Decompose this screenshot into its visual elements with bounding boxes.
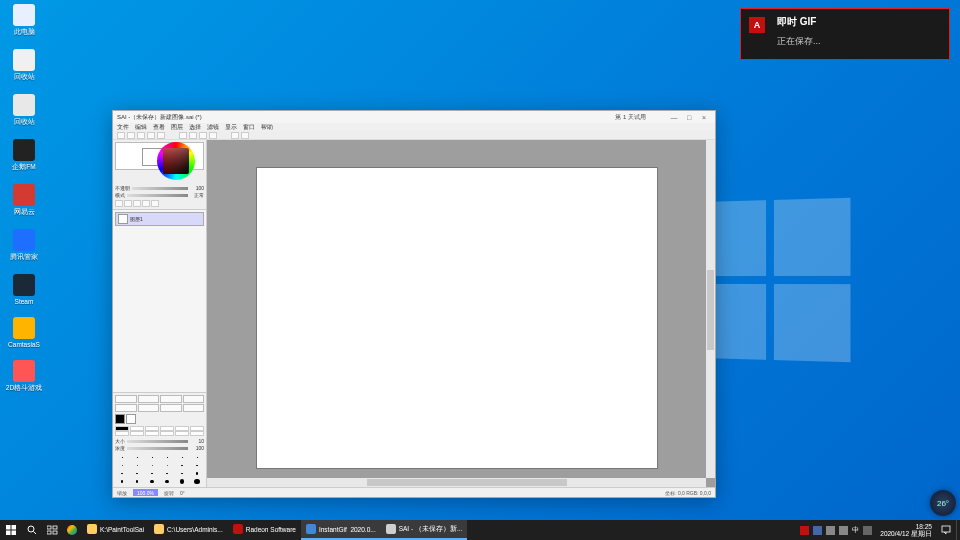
brush-preset[interactable] [130, 454, 144, 461]
scrollbar-vertical[interactable] [706, 140, 715, 478]
toolbar-button[interactable] [127, 132, 135, 139]
tray-icon[interactable] [813, 526, 822, 535]
tool-button[interactable] [138, 395, 160, 403]
close-button[interactable]: × [697, 112, 711, 122]
sai-canvas-viewport[interactable] [207, 140, 715, 487]
desktop-icon[interactable]: 企鹅FM [4, 139, 44, 172]
show-desktop-button[interactable] [956, 520, 960, 540]
brush-preset[interactable] [160, 454, 174, 461]
desktop-icon[interactable]: 2D格斗游戏 [4, 360, 44, 393]
brush-preset[interactable] [190, 478, 204, 485]
layer-merge-button[interactable] [151, 200, 159, 207]
tool-button[interactable] [138, 404, 160, 412]
brush-preset[interactable] [115, 454, 129, 461]
swatch[interactable] [130, 426, 144, 431]
swatch[interactable] [145, 431, 159, 436]
swatch[interactable] [175, 426, 189, 431]
toolbar-button[interactable] [189, 132, 197, 139]
menu-item[interactable]: 图层 [171, 124, 183, 131]
brush-preset[interactable] [145, 478, 159, 485]
taskbar-task[interactable]: InstantGif_2020.0... [301, 520, 381, 540]
zoom-value[interactable]: 100.0% [133, 489, 158, 496]
tool-button[interactable] [160, 404, 182, 412]
search-button[interactable] [22, 520, 42, 540]
brush-preset[interactable] [130, 462, 144, 469]
scrollbar-horizontal[interactable] [207, 478, 706, 487]
brush-preset[interactable] [160, 470, 174, 477]
swatch[interactable] [160, 426, 174, 431]
tool-button[interactable] [115, 404, 137, 412]
tray-network-icon[interactable] [839, 526, 848, 535]
tray-amd-icon[interactable] [800, 526, 809, 535]
scrollbar-thumb[interactable] [367, 479, 567, 486]
tool-button[interactable] [160, 395, 182, 403]
brush-preset[interactable] [130, 470, 144, 477]
tray-ime-icon[interactable] [863, 526, 872, 535]
taskbar-clock[interactable]: 18:25 2020/4/12 星期日 [876, 523, 936, 537]
swatch[interactable] [115, 426, 129, 431]
color-wheel[interactable] [157, 142, 195, 180]
brush-preset[interactable] [175, 470, 189, 477]
swatch[interactable] [190, 431, 204, 436]
menu-item[interactable]: 窗口 [243, 124, 255, 131]
sai-titlebar[interactable]: SAI -（未保存）新建图像.sai (*) 第 1 天试用 — □ × [113, 111, 715, 123]
menu-item[interactable]: 滤镜 [207, 124, 219, 131]
browser-pinned[interactable] [62, 520, 82, 540]
swatch[interactable] [160, 431, 174, 436]
taskbar-task[interactable]: C:\Users\Adminis... [149, 520, 228, 540]
maximize-button[interactable]: □ [682, 112, 696, 122]
brush-preset[interactable] [145, 462, 159, 469]
brush-preset[interactable] [160, 478, 174, 485]
toolbar-button[interactable] [137, 132, 145, 139]
layer-item[interactable]: 图层1 [115, 212, 204, 226]
brush-size-slider[interactable] [127, 440, 188, 443]
brush-preset[interactable] [115, 478, 129, 485]
ime-indicator[interactable]: 中 [852, 525, 859, 535]
brush-preset[interactable] [175, 454, 189, 461]
toolbar-button[interactable] [209, 132, 217, 139]
toolbar-button[interactable] [179, 132, 187, 139]
desktop-icon[interactable]: Steam [4, 274, 44, 305]
swatch[interactable] [175, 431, 189, 436]
menu-item[interactable]: 文件 [117, 124, 129, 131]
brush-preset[interactable] [190, 462, 204, 469]
brush-preset[interactable] [145, 470, 159, 477]
toolbar-button[interactable] [147, 132, 155, 139]
swatch[interactable] [145, 426, 159, 431]
background-color[interactable] [126, 414, 136, 424]
brush-preset[interactable] [175, 462, 189, 469]
menu-item[interactable]: 查看 [153, 124, 165, 131]
toolbar-button[interactable] [231, 132, 239, 139]
start-button[interactable] [0, 520, 22, 540]
opacity-slider[interactable] [132, 187, 188, 190]
brush-preset[interactable] [115, 462, 129, 469]
desktop-icon[interactable]: 回收站 [4, 94, 44, 127]
menu-item[interactable]: 显示 [225, 124, 237, 131]
desktop-icon[interactable]: 回收站 [4, 49, 44, 82]
desktop-icon[interactable]: 网易云 [4, 184, 44, 217]
toolbar-button[interactable] [241, 132, 249, 139]
menu-item[interactable]: 选择 [189, 124, 201, 131]
layer-delete-button[interactable] [142, 200, 150, 207]
desktop-icon[interactable]: CamtasiaS [4, 317, 44, 348]
notification-toast[interactable]: A 即时 GIF 正在保存... [740, 8, 950, 60]
weather-badge[interactable]: 26° [930, 490, 956, 516]
desktop-icon[interactable]: 此电脑 [4, 4, 44, 37]
layer-group-button[interactable] [124, 200, 132, 207]
tool-button[interactable] [183, 404, 205, 412]
toolbar-button[interactable] [199, 132, 207, 139]
toolbar-button[interactable] [117, 132, 125, 139]
action-center-button[interactable] [936, 520, 956, 540]
brush-preset[interactable] [190, 470, 204, 477]
taskbar-task[interactable]: SAI - （未保存）新... [381, 520, 468, 540]
menu-item[interactable]: 编辑 [135, 124, 147, 131]
minimize-button[interactable]: — [667, 112, 681, 122]
brush-preset[interactable] [145, 454, 159, 461]
foreground-color[interactable] [115, 414, 125, 424]
toolbar-button[interactable] [157, 132, 165, 139]
brush-preset[interactable] [175, 478, 189, 485]
tray-volume-icon[interactable] [826, 526, 835, 535]
swatch[interactable] [130, 431, 144, 436]
layer-mask-button[interactable] [133, 200, 141, 207]
scrollbar-thumb[interactable] [707, 270, 714, 350]
